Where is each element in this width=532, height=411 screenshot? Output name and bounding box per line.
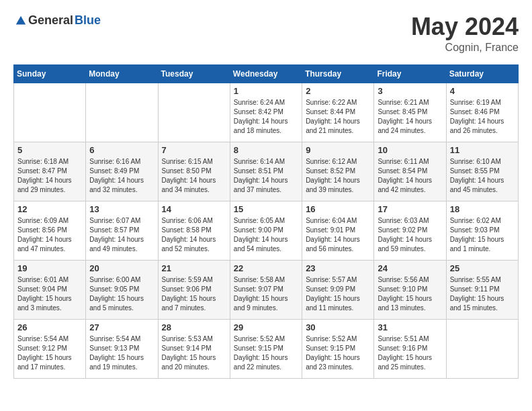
day-number: 18 bbox=[450, 204, 515, 214]
day-number: 2 bbox=[306, 86, 370, 96]
day-number: 20 bbox=[89, 263, 154, 273]
title-block: May 2024 Cognin, France bbox=[411, 13, 519, 54]
calendar-cell: 12Sunrise: 6:09 AM Sunset: 8:56 PM Dayli… bbox=[14, 201, 86, 260]
calendar-header-tuesday: Tuesday bbox=[158, 64, 230, 83]
day-info: Sunrise: 5:58 AM Sunset: 9:07 PM Dayligh… bbox=[234, 275, 298, 313]
month-year: May 2024 bbox=[411, 13, 519, 40]
day-info: Sunrise: 6:04 AM Sunset: 9:01 PM Dayligh… bbox=[306, 216, 370, 254]
calendar-cell: 26Sunrise: 5:54 AM Sunset: 9:12 PM Dayli… bbox=[14, 319, 86, 378]
day-info: Sunrise: 6:10 AM Sunset: 8:55 PM Dayligh… bbox=[450, 157, 515, 195]
day-info: Sunrise: 6:05 AM Sunset: 9:00 PM Dayligh… bbox=[234, 216, 298, 254]
day-info: Sunrise: 6:01 AM Sunset: 9:04 PM Dayligh… bbox=[17, 275, 82, 313]
day-info: Sunrise: 6:24 AM Sunset: 8:42 PM Dayligh… bbox=[234, 98, 298, 136]
day-number: 19 bbox=[17, 263, 82, 273]
day-info: Sunrise: 6:16 AM Sunset: 8:49 PM Dayligh… bbox=[89, 157, 154, 195]
logo-icon bbox=[15, 15, 27, 27]
day-info: Sunrise: 6:21 AM Sunset: 8:45 PM Dayligh… bbox=[378, 98, 442, 136]
day-number: 29 bbox=[234, 322, 298, 332]
day-number: 26 bbox=[17, 322, 82, 332]
day-number: 24 bbox=[378, 263, 442, 273]
day-number: 22 bbox=[234, 263, 298, 273]
calendar-cell: 6Sunrise: 6:16 AM Sunset: 8:49 PM Daylig… bbox=[86, 142, 158, 201]
calendar-cell: 27Sunrise: 5:54 AM Sunset: 9:13 PM Dayli… bbox=[86, 319, 158, 378]
day-info: Sunrise: 6:11 AM Sunset: 8:54 PM Dayligh… bbox=[378, 157, 442, 195]
calendar-header-wednesday: Wednesday bbox=[230, 64, 302, 83]
page-header: GeneralBlue May 2024 Cognin, France bbox=[13, 13, 519, 54]
calendar-cell: 14Sunrise: 6:06 AM Sunset: 8:58 PM Dayli… bbox=[158, 201, 230, 260]
day-number: 15 bbox=[234, 204, 298, 214]
day-number: 23 bbox=[306, 263, 370, 273]
day-number: 8 bbox=[234, 145, 298, 155]
day-info: Sunrise: 6:09 AM Sunset: 8:56 PM Dayligh… bbox=[17, 216, 82, 254]
day-info: Sunrise: 6:03 AM Sunset: 9:02 PM Dayligh… bbox=[378, 216, 442, 254]
calendar-cell: 19Sunrise: 6:01 AM Sunset: 9:04 PM Dayli… bbox=[14, 260, 86, 319]
calendar-cell bbox=[446, 319, 518, 378]
calendar-cell: 16Sunrise: 6:04 AM Sunset: 9:01 PM Dayli… bbox=[302, 201, 374, 260]
day-info: Sunrise: 6:22 AM Sunset: 8:44 PM Dayligh… bbox=[306, 98, 370, 136]
logo-blue: Blue bbox=[75, 13, 101, 28]
day-info: Sunrise: 6:14 AM Sunset: 8:51 PM Dayligh… bbox=[234, 157, 298, 195]
calendar-cell: 5Sunrise: 6:18 AM Sunset: 8:47 PM Daylig… bbox=[14, 142, 86, 201]
day-number: 16 bbox=[306, 204, 370, 214]
calendar-cell bbox=[158, 83, 230, 142]
calendar-header-row: SundayMondayTuesdayWednesdayThursdayFrid… bbox=[14, 64, 519, 83]
day-info: Sunrise: 5:52 AM Sunset: 9:15 PM Dayligh… bbox=[306, 334, 370, 372]
day-number: 3 bbox=[378, 86, 442, 96]
day-number: 1 bbox=[234, 86, 298, 96]
day-info: Sunrise: 6:15 AM Sunset: 8:50 PM Dayligh… bbox=[162, 157, 226, 195]
calendar-cell: 24Sunrise: 5:56 AM Sunset: 9:10 PM Dayli… bbox=[374, 260, 446, 319]
day-info: Sunrise: 5:59 AM Sunset: 9:06 PM Dayligh… bbox=[162, 275, 226, 313]
calendar-cell: 11Sunrise: 6:10 AM Sunset: 8:55 PM Dayli… bbox=[446, 142, 518, 201]
calendar-header-thursday: Thursday bbox=[302, 64, 374, 83]
calendar-cell: 10Sunrise: 6:11 AM Sunset: 8:54 PM Dayli… bbox=[374, 142, 446, 201]
day-info: Sunrise: 6:07 AM Sunset: 8:57 PM Dayligh… bbox=[89, 216, 154, 254]
day-info: Sunrise: 5:54 AM Sunset: 9:13 PM Dayligh… bbox=[89, 334, 154, 372]
calendar-week-row: 19Sunrise: 6:01 AM Sunset: 9:04 PM Dayli… bbox=[14, 260, 519, 319]
day-info: Sunrise: 5:54 AM Sunset: 9:12 PM Dayligh… bbox=[17, 334, 82, 372]
day-number: 17 bbox=[378, 204, 442, 214]
day-number: 30 bbox=[306, 322, 370, 332]
calendar-cell: 18Sunrise: 6:02 AM Sunset: 9:03 PM Dayli… bbox=[446, 201, 518, 260]
day-number: 25 bbox=[450, 263, 515, 273]
day-number: 9 bbox=[306, 145, 370, 155]
day-info: Sunrise: 6:02 AM Sunset: 9:03 PM Dayligh… bbox=[450, 216, 515, 254]
day-number: 13 bbox=[89, 204, 154, 214]
calendar-cell: 31Sunrise: 5:51 AM Sunset: 9:16 PM Dayli… bbox=[374, 319, 446, 378]
calendar-cell: 2Sunrise: 6:22 AM Sunset: 8:44 PM Daylig… bbox=[302, 83, 374, 142]
calendar-cell bbox=[14, 83, 86, 142]
day-number: 21 bbox=[162, 263, 226, 273]
day-number: 10 bbox=[378, 145, 442, 155]
calendar-cell: 22Sunrise: 5:58 AM Sunset: 9:07 PM Dayli… bbox=[230, 260, 302, 319]
day-info: Sunrise: 6:00 AM Sunset: 9:05 PM Dayligh… bbox=[89, 275, 154, 313]
calendar-week-row: 12Sunrise: 6:09 AM Sunset: 8:56 PM Dayli… bbox=[14, 201, 519, 260]
calendar-cell: 3Sunrise: 6:21 AM Sunset: 8:45 PM Daylig… bbox=[374, 83, 446, 142]
day-info: Sunrise: 5:52 AM Sunset: 9:15 PM Dayligh… bbox=[234, 334, 298, 372]
calendar-cell: 30Sunrise: 5:52 AM Sunset: 9:15 PM Dayli… bbox=[302, 319, 374, 378]
day-number: 11 bbox=[450, 145, 515, 155]
day-number: 5 bbox=[17, 145, 82, 155]
day-number: 7 bbox=[162, 145, 226, 155]
day-info: Sunrise: 5:57 AM Sunset: 9:09 PM Dayligh… bbox=[306, 275, 370, 313]
day-number: 31 bbox=[378, 322, 442, 332]
calendar-cell: 21Sunrise: 5:59 AM Sunset: 9:06 PM Dayli… bbox=[158, 260, 230, 319]
calendar-cell: 15Sunrise: 6:05 AM Sunset: 9:00 PM Dayli… bbox=[230, 201, 302, 260]
day-number: 28 bbox=[162, 322, 226, 332]
calendar-header-monday: Monday bbox=[86, 64, 158, 83]
day-number: 6 bbox=[89, 145, 154, 155]
calendar-week-row: 5Sunrise: 6:18 AM Sunset: 8:47 PM Daylig… bbox=[14, 142, 519, 201]
location: Cognin, France bbox=[411, 42, 519, 54]
calendar-header-sunday: Sunday bbox=[14, 64, 86, 83]
day-info: Sunrise: 6:06 AM Sunset: 8:58 PM Dayligh… bbox=[162, 216, 226, 254]
calendar-cell: 25Sunrise: 5:55 AM Sunset: 9:11 PM Dayli… bbox=[446, 260, 518, 319]
day-info: Sunrise: 6:12 AM Sunset: 8:52 PM Dayligh… bbox=[306, 157, 370, 195]
day-number: 14 bbox=[162, 204, 226, 214]
calendar-cell: 7Sunrise: 6:15 AM Sunset: 8:50 PM Daylig… bbox=[158, 142, 230, 201]
calendar-cell: 1Sunrise: 6:24 AM Sunset: 8:42 PM Daylig… bbox=[230, 83, 302, 142]
calendar-header-friday: Friday bbox=[374, 64, 446, 83]
logo: GeneralBlue bbox=[13, 13, 101, 28]
calendar-header-saturday: Saturday bbox=[446, 64, 518, 83]
calendar-cell bbox=[86, 83, 158, 142]
calendar-cell: 28Sunrise: 5:53 AM Sunset: 9:14 PM Dayli… bbox=[158, 319, 230, 378]
svg-marker-0 bbox=[16, 15, 26, 24]
calendar-cell: 4Sunrise: 6:19 AM Sunset: 8:46 PM Daylig… bbox=[446, 83, 518, 142]
